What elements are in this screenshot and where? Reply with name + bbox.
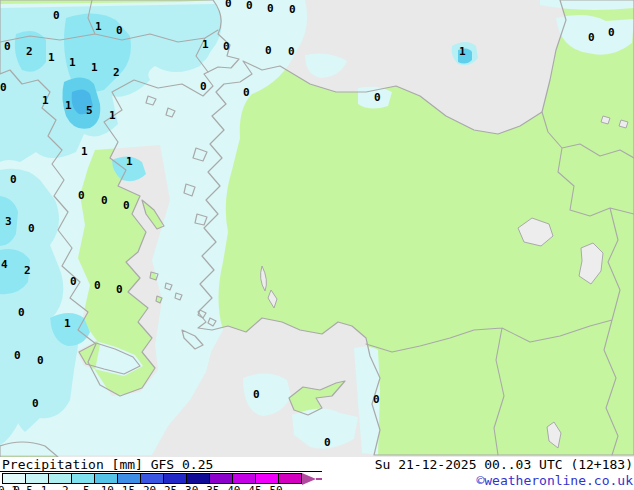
- map-meta: Su 21-12-2025 00..03 UTC (12+183) ©weath…: [375, 457, 633, 488]
- scale-tick-label: 40: [227, 484, 240, 490]
- weather-map-screen: 0100211120115110000100000010010000304200…: [0, 0, 634, 490]
- datetime-label: Su 21-12-2025 00..03 UTC (12+183): [375, 457, 633, 472]
- scale-tick-label: 25: [164, 484, 177, 490]
- scale-tick-label: 20: [143, 484, 156, 490]
- scale-segment: [163, 473, 187, 484]
- scale-segment: [255, 473, 279, 484]
- legend: Precipitation [mm] GFS 0.25 0.10.5125101…: [0, 457, 322, 490]
- legend-model: GFS 0.25: [151, 457, 214, 472]
- scale-tick-label: 45: [248, 484, 261, 490]
- scale-tick-label: 2: [62, 484, 69, 490]
- scale-segment: [140, 473, 164, 484]
- legend-bar: Precipitation [mm] GFS 0.25 0.10.5125101…: [0, 457, 634, 490]
- scale-tick-label: 10: [101, 484, 114, 490]
- scale-segment: [48, 473, 72, 484]
- scale-segment: [209, 473, 233, 484]
- scale-segment: [117, 473, 141, 484]
- map-canvas: [0, 0, 634, 457]
- color-scale-labels: 0.10.5125101520253035404550: [2, 484, 322, 490]
- legend-title: Precipitation [mm] GFS 0.25: [0, 457, 322, 472]
- scale-segment: [2, 473, 26, 484]
- scale-tick-label: 0.5: [13, 484, 33, 490]
- scale-tick-label: 50: [269, 484, 282, 490]
- scale-tick-label: 15: [122, 484, 135, 490]
- legend-parameter: Precipitation: [2, 457, 104, 472]
- scale-segment: [25, 473, 49, 484]
- scale-segment: [232, 473, 256, 484]
- scale-tick-label: 35: [206, 484, 219, 490]
- scale-tick-label: 30: [185, 484, 198, 490]
- color-scale-bar: [2, 473, 301, 484]
- color-scale-row: [2, 473, 322, 484]
- scale-tick-label: 1: [41, 484, 48, 490]
- scale-overflow-tail: [316, 478, 322, 480]
- precipitation-map: 0100211120115110000100000010010000304200…: [0, 0, 634, 457]
- scale-segment: [94, 473, 118, 484]
- legend-units: [mm]: [112, 457, 143, 472]
- scale-segment: [278, 473, 302, 484]
- scale-overflow-arrow-icon: [302, 473, 316, 485]
- scale-segment: [186, 473, 210, 484]
- scale-tick-label: 5: [83, 484, 90, 490]
- scale-segment: [71, 473, 95, 484]
- copyright-link[interactable]: ©weatheronline.co.uk: [375, 473, 633, 488]
